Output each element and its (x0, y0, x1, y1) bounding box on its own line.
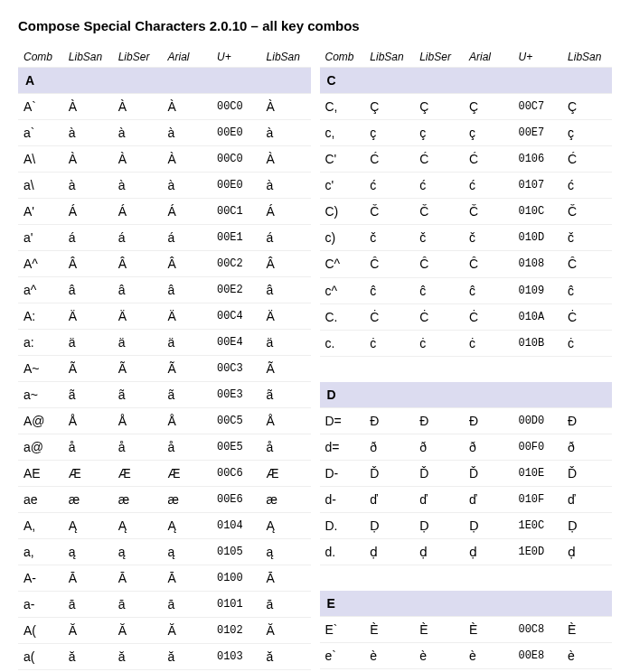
cell: Č (562, 199, 612, 225)
cell: 00E0 (212, 173, 261, 199)
cell: À (162, 94, 212, 120)
cell: Ḍ (464, 513, 513, 539)
table-row: D.ḌḌḌ1E0CḌ (320, 513, 613, 539)
cell: Ã (63, 356, 113, 382)
cell: ð (364, 434, 414, 460)
cell: â (261, 277, 311, 303)
cell: 010E (512, 460, 562, 486)
cell: Ã (113, 356, 163, 382)
cell: ć (414, 173, 464, 199)
cell: ç (364, 120, 414, 146)
cell: ä (113, 330, 163, 356)
table-row: a^âââ00E2â (18, 277, 311, 303)
cell: Â (261, 251, 311, 277)
cell: 0100 (212, 565, 261, 592)
cell: Đ (562, 407, 612, 434)
table-row: a(ăăă0103ă (18, 644, 311, 670)
table-row: d-ďďď010Fď (320, 487, 613, 513)
cell: Ç (364, 94, 414, 120)
cell: 00F0 (512, 434, 562, 460)
cell: á (162, 225, 212, 251)
cell: Ć (562, 146, 612, 173)
header-cell: Comb (320, 47, 365, 68)
cell: ḍ (562, 539, 612, 565)
cell: 0103 (212, 644, 261, 670)
table-row: E`ÈÈÈ00C8È (320, 617, 613, 643)
cell: 0108 (512, 251, 562, 277)
cell: 00E1 (212, 225, 261, 251)
header-cell: U+ (212, 47, 261, 68)
table-row: aeæææ00E6æ (18, 487, 311, 513)
cell: Ċ (464, 303, 513, 330)
section-header: A (18, 68, 311, 94)
table-row: A(ĂĂĂ0102Ă (18, 618, 311, 644)
cell: ḍ (464, 539, 513, 565)
cell: Ď (464, 460, 513, 486)
cell: à (261, 173, 311, 199)
cell: 00C1 (212, 199, 261, 225)
cell: A- (18, 565, 63, 592)
table-row: A,ĄĄĄ0104Ą (18, 513, 311, 539)
cell: a@ (18, 434, 63, 461)
cell: č (414, 225, 464, 251)
cell: ă (113, 644, 163, 670)
cell: Ċ (364, 303, 414, 330)
cell: ã (113, 382, 163, 408)
cell: d= (320, 434, 365, 460)
cell: A\ (18, 146, 63, 173)
cell: ą (162, 539, 212, 565)
cell: d- (320, 487, 365, 513)
cell: 0104 (212, 513, 261, 539)
table-row: d=ððð00F0ð (320, 434, 613, 460)
table-row: A\ÀÀÀ00C0À (18, 146, 311, 173)
cell: D- (320, 460, 365, 486)
table-row: a:äää00E4ä (18, 330, 311, 356)
cell: A` (18, 94, 63, 120)
cell: è (414, 643, 464, 669)
table-row: c,ççç00E7ç (320, 120, 613, 146)
header-cell: Arial (162, 47, 212, 68)
cell: è (464, 643, 513, 669)
cell: 00C7 (512, 94, 562, 120)
cell: ä (261, 330, 311, 356)
table-row: C,ÇÇÇ00C7Ç (320, 94, 613, 120)
cell: 010F (512, 487, 562, 513)
cell: Ĉ (364, 251, 414, 277)
cell: 00C3 (212, 356, 261, 382)
cell: È (364, 617, 414, 643)
cell: ć (464, 173, 513, 199)
cell: Â (63, 251, 113, 277)
cell: a~ (18, 382, 63, 408)
cell: A' (18, 199, 63, 225)
cell: E` (320, 617, 365, 643)
cell: â (162, 277, 212, 303)
header-cell: LibSan (63, 47, 113, 68)
cell: C, (320, 94, 365, 120)
table-row (320, 356, 613, 382)
table-row: A:ÄÄÄ00C4Ä (18, 303, 311, 330)
cell: 0107 (512, 173, 562, 199)
left-table: Comb LibSan LibSer Arial U+ LibSan AA`ÀÀ… (18, 47, 311, 672)
cell: Ä (162, 303, 212, 330)
cell: ã (162, 382, 212, 408)
cell: Ā (261, 565, 311, 592)
table-row: D-ĎĎĎ010EĎ (320, 460, 613, 486)
table-row: A (18, 68, 311, 94)
cell: á (113, 225, 163, 251)
cell: Ä (113, 303, 163, 330)
cell: æ (113, 487, 163, 513)
table-row: AEÆÆÆ00C6Æ (18, 461, 311, 487)
cell: Ç (562, 94, 612, 120)
table-row: a,ąąą0105ą (18, 539, 311, 565)
cell: C) (320, 199, 365, 225)
cell: ā (162, 592, 212, 618)
left-table-body: AA`ÀÀÀ00C0Àa`ààà00E0àA\ÀÀÀ00C0Àa\ààà00E0… (18, 68, 311, 673)
cell: à (63, 120, 113, 146)
cell: Ḍ (364, 513, 414, 539)
cell: ă (261, 644, 311, 670)
section-header: E (320, 591, 613, 617)
cell: Ď (414, 460, 464, 486)
cell: c. (320, 330, 365, 356)
cell: Æ (63, 461, 113, 487)
cell: ă (63, 644, 113, 670)
